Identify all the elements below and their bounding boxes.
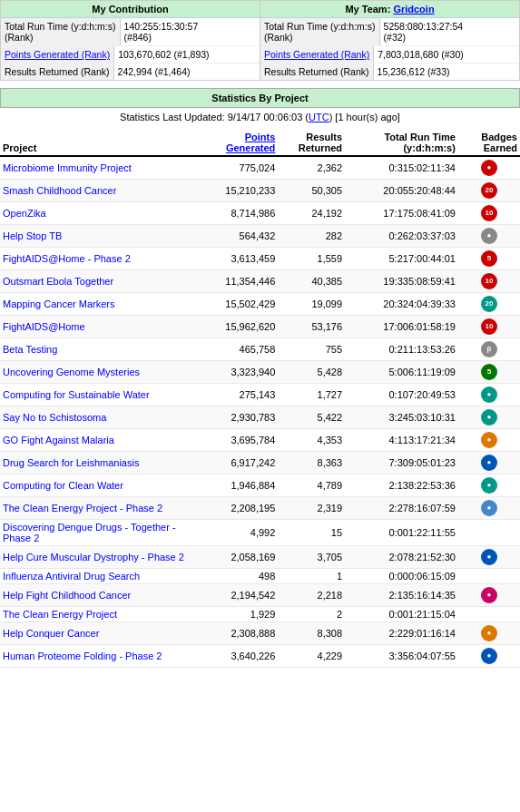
project-name[interactable]: GO Fight Against Malaria bbox=[0, 429, 196, 452]
project-results: 755 bbox=[278, 338, 345, 361]
project-link[interactable]: Outsmart Ebola Together bbox=[3, 276, 113, 287]
badge-icon: ● bbox=[481, 648, 497, 664]
team-link[interactable]: Gridcoin bbox=[393, 4, 434, 15]
badge-icon: ● bbox=[481, 432, 497, 448]
project-link[interactable]: Computing for Clean Water bbox=[3, 480, 123, 491]
project-badges: 5 bbox=[458, 248, 520, 270]
project-name[interactable]: Uncovering Genome Mysteries bbox=[0, 361, 196, 384]
project-link[interactable]: Help Stop TB bbox=[3, 230, 62, 241]
my-team-points-value: 7,803,018,680 (#30) bbox=[374, 46, 467, 63]
team-points-link[interactable]: Points Generated (Rank) bbox=[264, 49, 369, 60]
project-link[interactable]: Microbiome Immunity Project bbox=[3, 162, 132, 173]
project-link[interactable]: The Clean Energy Project - Phase 2 bbox=[3, 503, 162, 514]
project-link[interactable]: GO Fight Against Malaria bbox=[3, 435, 114, 445]
project-name[interactable]: Outsmart Ebola Together bbox=[0, 270, 196, 293]
my-contrib-results-value: 242,994 (#1,464) bbox=[114, 64, 194, 80]
project-link[interactable]: FightAIDS@Home - Phase 2 bbox=[3, 253, 131, 264]
points-sort-link[interactable]: Points Generated bbox=[226, 132, 275, 153]
project-runtime: 2:278:16:07:59 bbox=[345, 497, 458, 520]
my-team-runtime-row: Total Run Time (y:d:h:m:s) (Rank) 5258:0… bbox=[260, 18, 519, 46]
project-points: 4,992 bbox=[196, 520, 279, 546]
table-row: Computing for Clean Water 1,946,884 4,78… bbox=[0, 474, 520, 497]
project-points: 15,962,620 bbox=[196, 316, 279, 338]
project-link[interactable]: The Clean Energy Project bbox=[3, 609, 117, 620]
project-badges: ● bbox=[458, 584, 520, 607]
project-name[interactable]: FightAIDS@Home - Phase 2 bbox=[0, 248, 196, 270]
project-runtime: 0:211:13:53:26 bbox=[345, 338, 458, 361]
my-team-points-label: Points Generated (Rank) bbox=[260, 46, 374, 63]
project-name[interactable]: Beta Testing bbox=[0, 338, 196, 361]
my-contrib-points-value: 103,670,602 (#1,893) bbox=[114, 46, 212, 63]
project-link[interactable]: Smash Childhood Cancer bbox=[3, 185, 116, 196]
project-results: 1 bbox=[278, 569, 345, 584]
project-link[interactable]: OpenZika bbox=[3, 208, 46, 219]
project-link[interactable]: Mapping Cancer Markers bbox=[3, 298, 115, 309]
project-name[interactable]: Discovering Dengue Drugs - Together - Ph… bbox=[0, 520, 196, 546]
col-points: Points Generated bbox=[196, 130, 279, 156]
table-row: Mapping Cancer Markers 15,502,429 19,099… bbox=[0, 293, 520, 316]
project-points: 11,354,446 bbox=[196, 270, 279, 293]
project-name[interactable]: Human Proteome Folding - Phase 2 bbox=[0, 645, 196, 668]
table-row: Discovering Dengue Drugs - Together - Ph… bbox=[0, 520, 520, 546]
my-team-results-value: 15,236,612 (#33) bbox=[374, 64, 454, 80]
project-name[interactable]: The Clean Energy Project bbox=[0, 607, 196, 622]
project-link[interactable]: Drug Search for Leishmaniasis bbox=[3, 457, 139, 468]
project-link[interactable]: Help Fight Childhood Cancer bbox=[3, 590, 131, 601]
project-link[interactable]: Say No to Schistosoma bbox=[3, 412, 106, 423]
my-contrib-results-label: Results Returned (Rank) bbox=[1, 64, 114, 80]
project-name[interactable]: Say No to Schistosoma bbox=[0, 406, 196, 429]
project-name[interactable]: Computing for Sustainable Water bbox=[0, 384, 196, 406]
project-link[interactable]: Beta Testing bbox=[3, 344, 57, 355]
project-link[interactable]: Influenza Antiviral Drug Search bbox=[3, 571, 140, 582]
table-row: GO Fight Against Malaria 3,695,784 4,353… bbox=[0, 429, 520, 452]
project-link[interactable]: Help Cure Muscular Dystrophy - Phase 2 bbox=[3, 552, 184, 563]
my-contrib-runtime-label: Total Run Time (y:d:h:m:s) (Rank) bbox=[1, 18, 121, 45]
my-team-title: My Team: bbox=[345, 4, 390, 15]
project-link[interactable]: FightAIDS@Home bbox=[3, 321, 85, 332]
project-name[interactable]: Mapping Cancer Markers bbox=[0, 293, 196, 316]
project-badges: 5 bbox=[458, 361, 520, 384]
table-row: Microbiome Immunity Project 775,024 2,36… bbox=[0, 156, 520, 180]
project-runtime: 0:001:21:15:04 bbox=[345, 607, 458, 622]
project-results: 8,363 bbox=[278, 452, 345, 474]
project-link[interactable]: Help Conquer Cancer bbox=[3, 628, 99, 639]
project-link[interactable]: Uncovering Genome Mysteries bbox=[3, 367, 140, 377]
table-row: Help Fight Childhood Cancer 2,194,542 2,… bbox=[0, 584, 520, 607]
badge-icon: 20 bbox=[481, 182, 497, 199]
project-name[interactable]: OpenZika bbox=[0, 202, 196, 225]
project-badges: ● bbox=[458, 225, 520, 248]
points-link[interactable]: Points Generated (Rank) bbox=[5, 49, 110, 60]
project-points: 3,640,226 bbox=[196, 645, 279, 668]
badge-icon: ● bbox=[481, 228, 497, 244]
project-link[interactable]: Discovering Dengue Drugs - Together - Ph… bbox=[3, 522, 176, 543]
project-name[interactable]: Smash Childhood Cancer bbox=[0, 180, 196, 202]
project-results: 50,305 bbox=[278, 180, 345, 202]
project-name[interactable]: Help Cure Muscular Dystrophy - Phase 2 bbox=[0, 546, 196, 569]
project-name[interactable]: Help Fight Childhood Cancer bbox=[0, 584, 196, 607]
project-link[interactable]: Computing for Sustainable Water bbox=[3, 389, 150, 400]
project-name[interactable]: Influenza Antiviral Drug Search bbox=[0, 569, 196, 584]
utc-link[interactable]: UTC bbox=[309, 112, 329, 122]
project-points: 1,929 bbox=[196, 607, 279, 622]
project-results: 2,362 bbox=[278, 156, 345, 180]
project-results: 2,218 bbox=[278, 584, 345, 607]
badge-icon: 20 bbox=[481, 296, 497, 312]
project-results: 8,308 bbox=[278, 622, 345, 645]
project-runtime: 3:356:04:07:55 bbox=[345, 645, 458, 668]
project-points: 1,946,884 bbox=[196, 474, 279, 497]
project-name[interactable]: Microbiome Immunity Project bbox=[0, 156, 196, 180]
project-name[interactable]: Computing for Clean Water bbox=[0, 474, 196, 497]
project-runtime: 0:262:03:37:03 bbox=[345, 225, 458, 248]
project-name[interactable]: FightAIDS@Home bbox=[0, 316, 196, 338]
project-name[interactable]: Drug Search for Leishmaniasis bbox=[0, 452, 196, 474]
my-team-section: My Team: Gridcoin Total Run Time (y:d:h:… bbox=[260, 1, 519, 80]
project-table: Project Points Generated Results Returne… bbox=[0, 130, 520, 668]
project-name[interactable]: Help Conquer Cancer bbox=[0, 622, 196, 645]
project-runtime: 2:229:01:16:14 bbox=[345, 622, 458, 645]
project-section-title: Statistics By Project bbox=[0, 88, 520, 108]
table-row: FightAIDS@Home 15,962,620 53,176 17:006:… bbox=[0, 316, 520, 338]
project-name[interactable]: Help Stop TB bbox=[0, 225, 196, 248]
project-results: 15 bbox=[278, 520, 345, 546]
project-link[interactable]: Human Proteome Folding - Phase 2 bbox=[3, 651, 162, 661]
project-name[interactable]: The Clean Energy Project - Phase 2 bbox=[0, 497, 196, 520]
